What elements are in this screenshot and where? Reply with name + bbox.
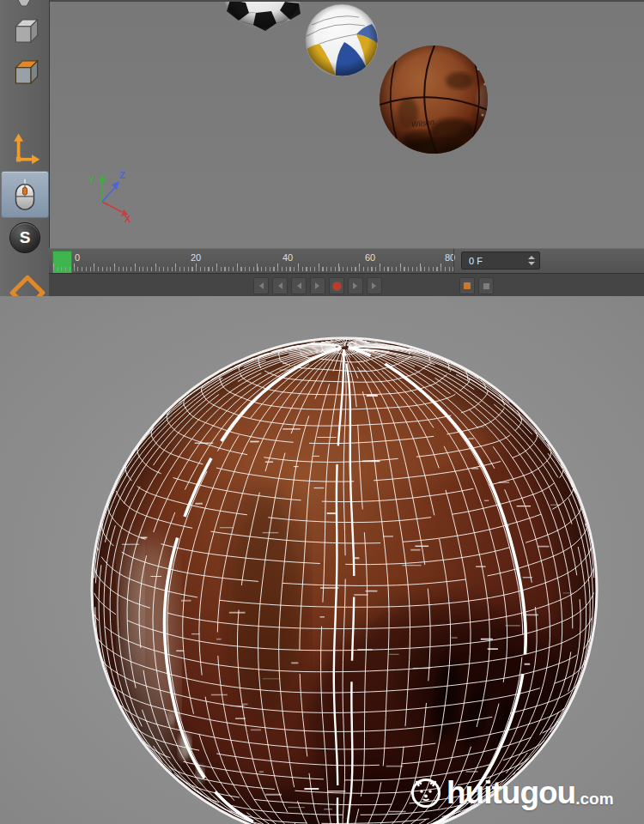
triangle-left-icon [275,282,283,289]
watermark-brand: huitugou [447,775,575,811]
keyframe-button[interactable] [459,277,475,294]
wireframe-basketball-render [0,296,644,824]
axis-icon [6,130,42,166]
orange-cube-icon [7,54,41,90]
watermark: huitugou .com [409,773,614,813]
triangle-left-icon [294,282,301,289]
options-button[interactable] [478,277,494,294]
object-mode-button[interactable] [6,53,42,91]
ruler-separator [453,249,454,274]
timeline-minor-ticks [53,267,453,271]
timeline-ruler[interactable]: 0 20 40 60 80 0 F [49,248,644,275]
axis-gizmo: Y Z X [88,170,131,224]
s-sphere-label: S [20,228,31,247]
coordinate-diamond-button[interactable] [9,275,46,296]
partial-tool-button[interactable] [6,0,42,10]
render-preview-section: huitugou .com [0,296,644,824]
goto-end-button[interactable] [367,277,382,294]
pen-partial-icon [12,0,36,9]
play-button[interactable] [310,277,325,294]
watermark-suffix: .com [575,790,613,809]
enable-axis-button[interactable] [6,129,42,167]
soccer-ball [222,2,303,31]
model-mode-button[interactable] [6,12,42,50]
viewport-scene: Wilson Y Z X [49,2,644,250]
axis-z-arrow [102,185,117,202]
viewport-nav-tool-button[interactable] [1,171,49,218]
viewport-canvas[interactable]: Wilson Y Z X [49,0,644,250]
prev-key-button[interactable] [272,277,288,294]
wireframe-cube-icon [7,13,41,49]
record-button[interactable] [329,277,344,294]
basketball: Wilson [380,45,498,160]
mouse-icon [12,177,38,213]
tick-label-20: 20 [191,252,201,263]
tick-label-0: 0 [75,252,80,263]
tick-label-40: 40 [283,252,293,263]
frame-spinner-up[interactable] [528,256,535,259]
triangle-right-icon [353,282,361,289]
editor-section: Wilson Y Z X [0,0,644,296]
square-icon [483,283,489,289]
frame-spinner-down[interactable] [528,262,535,265]
watermark-logo-icon [409,776,443,810]
keyframe-icon [464,282,471,289]
axis-x-arrow [102,202,122,212]
tick-label-60: 60 [365,252,375,263]
triangle-right-icon [372,282,380,289]
axis-x-label: X [125,214,131,224]
triangle-left-icon [256,282,264,289]
goto-start-button[interactable] [253,277,269,294]
triangle-right-icon [315,282,323,289]
tool-palette: S [0,0,50,296]
prev-frame-button[interactable] [291,277,307,294]
record-icon [333,282,341,290]
axis-z-label: Z [119,170,125,180]
volleyball [306,4,378,76]
frame-spinner [526,253,537,268]
axis-y-label: Y [88,174,95,185]
transport-bar [49,273,644,296]
s-sphere-tool-button[interactable]: S [9,222,40,253]
next-frame-button[interactable] [348,277,363,294]
app-window: Wilson Y Z X [0,0,644,824]
